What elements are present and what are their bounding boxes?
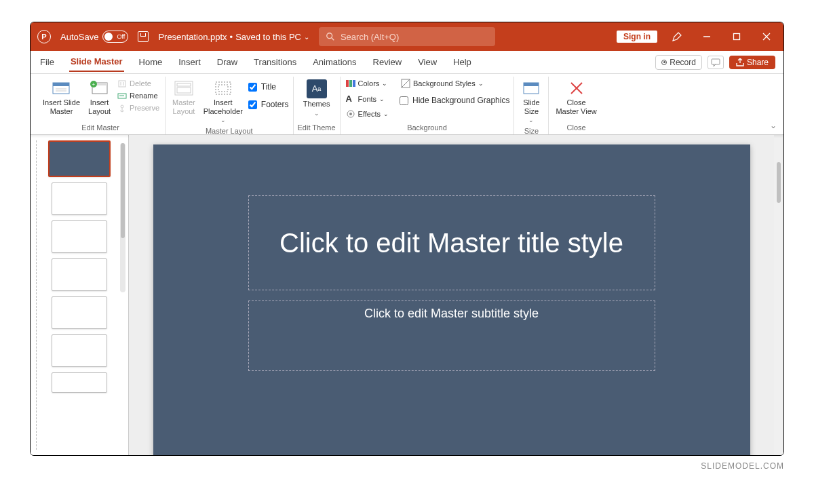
fonts-icon: A — [346, 94, 355, 104]
sign-in-button[interactable]: Sign in — [617, 31, 657, 43]
ribbon: Insert Slide Master + Insert Layout Dele… — [31, 74, 783, 135]
master-layout-button: Master Layout — [170, 78, 198, 117]
app-icon: P — [37, 30, 51, 43]
thumbnail-pane[interactable] — [31, 135, 129, 455]
svg-point-0 — [327, 33, 332, 39]
pen-icon[interactable] — [667, 26, 687, 47]
thumbnail-layout[interactable] — [52, 220, 107, 253]
group-background: Colors⌄ AFonts⌄ Effects⌄ Background Styl… — [341, 77, 515, 134]
maximize-button[interactable] — [726, 26, 747, 47]
tab-help[interactable]: Help — [452, 53, 473, 71]
tab-view[interactable]: View — [416, 53, 438, 71]
thumbnail-layout[interactable] — [52, 258, 107, 291]
bg-styles-icon — [401, 79, 410, 88]
share-icon — [736, 58, 744, 66]
group-label: Edit Theme — [298, 122, 336, 134]
preserve-button: Preserve — [116, 102, 161, 113]
slide-canvas[interactable]: Click to edit Master title style Click t… — [153, 144, 750, 455]
group-label: Edit Master — [81, 122, 119, 134]
footers-checkbox[interactable]: Footers — [248, 98, 289, 111]
group-master-layout: Master Layout Insert Placeholder ⌄ Title… — [166, 77, 293, 134]
share-button[interactable]: Share — [729, 56, 775, 69]
svg-point-30 — [349, 113, 352, 115]
themes-button[interactable]: Aa Themes ⌄ — [301, 78, 333, 118]
tab-animations[interactable]: Animations — [311, 53, 357, 71]
svg-rect-28 — [353, 80, 355, 87]
layout-icon: + — [90, 79, 110, 97]
colors-icon — [346, 79, 355, 88]
hide-bg-checkbox[interactable]: Hide Background Graphics — [400, 94, 509, 106]
tab-transitions[interactable]: Transitions — [252, 53, 298, 71]
autosave-state: Off — [117, 33, 125, 40]
autosave-label: AutoSave — [60, 32, 98, 42]
svg-rect-8 — [53, 83, 69, 86]
search-icon — [326, 32, 335, 41]
svg-rect-15 — [119, 81, 125, 87]
group-edit-master: Insert Slide Master + Insert Layout Dele… — [36, 77, 166, 134]
insert-slide-master-button[interactable]: Insert Slide Master — [40, 78, 83, 117]
thumbnail-layout[interactable] — [52, 372, 107, 393]
toggle-switch[interactable]: Off — [102, 31, 128, 43]
colors-button[interactable]: Colors⌄ — [345, 78, 390, 89]
close-master-view-button[interactable]: Close Master View — [553, 78, 599, 117]
svg-rect-33 — [524, 83, 539, 86]
close-button[interactable] — [756, 26, 777, 47]
search-box[interactable]: Search (Alt+Q) — [319, 27, 495, 46]
svg-text:+: + — [92, 81, 95, 88]
filename: Presentation.pptx — [158, 32, 227, 42]
delete-icon — [117, 79, 127, 88]
thumbnail-layout[interactable] — [52, 334, 107, 367]
slide-canvas-area[interactable]: Click to edit Master title style Click t… — [129, 135, 774, 455]
app-window: P AutoSave Off Presentation.pptx • Saved… — [30, 22, 784, 456]
slide-master-icon — [52, 79, 72, 97]
rename-button[interactable]: Rename — [116, 90, 161, 101]
insert-layout-button[interactable]: + Insert Layout — [85, 78, 113, 117]
thumbnail-master[interactable] — [48, 140, 111, 177]
title-checkbox[interactable]: Title — [248, 81, 289, 93]
tab-draw[interactable]: Draw — [216, 53, 239, 71]
tab-file[interactable]: File — [39, 53, 56, 71]
delete-button: Delete — [116, 78, 161, 89]
comments-button[interactable] — [708, 56, 724, 69]
group-label: Background — [407, 122, 447, 134]
chevron-down-icon: ⌄ — [304, 33, 309, 41]
thumbnail-scrollbar[interactable] — [120, 143, 125, 292]
collapse-ribbon-button[interactable]: ⌄ — [770, 121, 777, 130]
svg-rect-3 — [734, 34, 740, 40]
rename-icon — [117, 91, 127, 100]
slide-size-icon — [521, 79, 541, 97]
insert-placeholder-button[interactable]: Insert Placeholder ⌄ — [201, 78, 246, 125]
tab-home[interactable]: Home — [138, 53, 164, 71]
autosave-toggle[interactable]: AutoSave Off — [60, 31, 128, 43]
ribbon-tabs: File Slide Master Home Insert Draw Trans… — [31, 51, 783, 74]
placeholder-icon — [213, 79, 233, 97]
thumbnail-layout[interactable] — [52, 182, 107, 215]
subtitle-placeholder[interactable]: Click to edit Master subtitle style — [248, 301, 655, 371]
background-styles-button[interactable]: Background Styles⌄ — [400, 78, 509, 89]
svg-line-1 — [332, 38, 334, 41]
group-label: Close — [567, 122, 586, 134]
tab-review[interactable]: Review — [372, 53, 404, 71]
minimize-button[interactable] — [697, 26, 717, 47]
group-size: Slide Size ⌄ Size — [514, 77, 549, 134]
canvas-scrollbar[interactable] — [774, 135, 783, 455]
svg-rect-27 — [349, 80, 352, 87]
preserve-icon — [117, 103, 127, 113]
tab-slide-master[interactable]: Slide Master — [69, 52, 124, 72]
slide-size-button[interactable]: Slide Size ⌄ — [518, 78, 544, 125]
fonts-button[interactable]: AFonts⌄ — [345, 93, 390, 104]
title-placeholder[interactable]: Click to edit Master title style — [248, 195, 655, 290]
save-icon[interactable] — [138, 31, 149, 42]
document-title[interactable]: Presentation.pptx • Saved to this PC ⌄ — [158, 32, 309, 42]
record-button[interactable]: Record — [655, 55, 702, 70]
svg-rect-26 — [346, 80, 349, 87]
tab-insert[interactable]: Insert — [177, 53, 202, 71]
thumbnail-layout[interactable] — [52, 296, 107, 329]
svg-point-20 — [121, 105, 123, 108]
effects-button[interactable]: Effects⌄ — [345, 109, 390, 119]
themes-icon: Aa — [307, 79, 327, 98]
title-bar: P AutoSave Off Presentation.pptx • Saved… — [31, 22, 783, 51]
effects-icon — [346, 109, 355, 119]
svg-rect-24 — [216, 82, 231, 94]
group-edit-theme: Aa Themes ⌄ Edit Theme — [294, 77, 341, 134]
